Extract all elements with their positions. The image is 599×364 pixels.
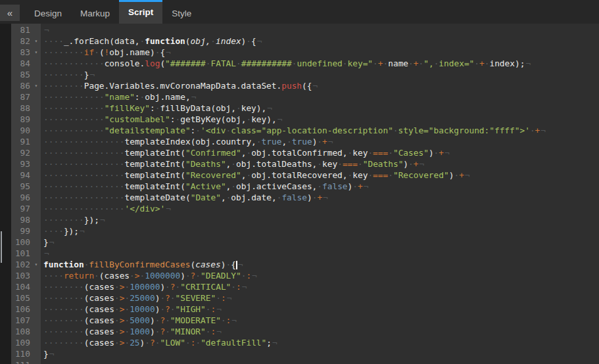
code-text: ········(cases·>·10000)·?·"HIGH"·:¬ [41,304,599,315]
line-end-marker: ¬ [242,282,247,292]
code-text: ············"detailstemplate":·'<div·cla… [41,125,599,136]
code-text: ········(cases·>·5000)·?·"MODERATE"·:¬ [41,315,599,326]
fold-spacer [32,136,41,147]
code-text: ····return·(cases·>·1000000)·?·"DEADLY"·… [41,270,599,281]
code-line[interactable]: 94················templateInt("Recovered… [0,170,599,181]
line-number: 88 [0,102,32,114]
fold-toggle-icon[interactable]: ▾ [32,80,41,91]
code-line[interactable]: 81¬ [0,24,599,35]
code-text: ················templateInt("Confirmed",… [41,147,599,158]
text-cursor [236,261,237,269]
fold-spacer [32,181,41,192]
fold-toggle-icon[interactable]: ▾ [32,47,41,58]
code-line[interactable]: 105········(cases·>·25000)·?·"SEVERE"·:¬ [0,292,599,304]
code-text: ····});¬ [41,225,599,237]
line-end-marker: ¬ [44,360,49,364]
line-end-marker: ¬ [257,36,262,46]
code-text: ········(cases·>·100000)·?·"CRITICAL"·:¬ [41,281,599,292]
tab-markup[interactable]: Markup [71,0,119,24]
fold-spacer [32,170,41,181]
code-line[interactable]: 107········(cases·>·5000)·?·"MODERATE"·:… [0,315,599,326]
code-text: }¬ [41,348,599,359]
fold-toggle-icon[interactable]: ▾ [32,259,41,270]
code-line[interactable]: 83▾········if·(!obj.name)·{¬ [0,47,599,58]
fold-spacer [32,337,41,348]
code-line[interactable]: 91················templateIndex(obj.coun… [0,136,599,147]
fold-spacer [32,270,41,281]
code-line[interactable]: 100}¬ [0,237,599,248]
line-end-marker: ¬ [49,237,55,247]
line-end-marker: ¬ [44,25,49,35]
line-end-marker: ¬ [540,125,546,135]
fold-spacer [32,292,41,304]
code-text: ¬ [41,359,599,364]
fold-spacer [32,281,41,292]
code-line[interactable]: 98········});¬ [0,214,599,225]
code-line[interactable]: 102▾function·fillByConfirmedCases(cases)… [0,259,599,270]
fold-spacer [32,102,41,114]
tab-design[interactable]: Design [25,0,71,24]
line-end-marker: ¬ [312,81,318,91]
code-line[interactable]: 93················templateInt("Deaths",·… [0,158,599,170]
line-number: 111 [0,359,32,364]
code-line[interactable]: 103····return·(cases·>·1000000)·?·"DEADL… [0,270,599,281]
line-number: 83 [0,47,32,58]
code-line[interactable]: 87············"name":·obj.name,¬ [0,91,599,102]
code-line[interactable]: 111¬ [0,359,599,364]
line-number: 90 [0,125,32,136]
code-text: ····_.forEach(data,·function(obj,·index)… [41,35,599,47]
fold-spacer [32,192,41,203]
fold-spacer [32,225,41,237]
code-text: ············console.log("#######·FATAL·#… [41,58,599,69]
tab-script[interactable]: Script [119,0,162,24]
line-end-marker: ¬ [231,315,237,325]
line-number: 84 [0,58,32,69]
line-end-marker: ¬ [80,226,85,236]
code-text: ················templateIndex(obj.countr… [41,136,599,147]
line-number: 98 [0,214,32,225]
code-line[interactable]: 85········}¬ [0,69,599,80]
line-end-marker: ¬ [100,215,105,225]
code-line[interactable]: 101¬ [0,248,599,259]
line-end-marker: ¬ [444,148,450,158]
fold-spacer [32,315,41,326]
code-text: ········(cases·>·25000)·?·"SEVERE"·:¬ [41,292,599,304]
code-line[interactable]: 82▾····_.forEach(data,·function(obj,·ind… [0,35,599,47]
code-line[interactable]: 97················'</div>'¬ [0,203,599,214]
code-line[interactable]: 99····});¬ [0,225,599,237]
fold-spacer [32,91,41,102]
collapse-panel-button[interactable]: « [0,5,20,21]
line-number: 89 [0,114,32,125]
code-text: ················templateDate("Date",·obj… [41,192,599,203]
code-text: ················templateInt("Deaths",·ob… [41,158,599,170]
line-end-marker: ¬ [166,204,171,214]
line-end-marker: ¬ [191,92,197,102]
code-text: ¬ [41,24,599,35]
line-end-marker: ¬ [238,260,243,269]
code-line[interactable]: 89············"customLabel":·getByKey(ob… [0,114,599,125]
line-number: 94 [0,170,32,181]
fold-spacer [32,69,41,80]
code-line[interactable]: 106········(cases·>·10000)·?·"HIGH"·:¬ [0,304,599,315]
fold-toggle-icon[interactable]: ▾ [32,35,41,47]
line-end-marker: ¬ [216,327,222,336]
code-line[interactable]: 88············"fillKey":·fillByData(obj,… [0,102,599,114]
fold-spacer [32,24,41,35]
line-number: 86 [0,80,32,91]
code-line[interactable]: 108········(cases·>·1000)·?·"MINOR"·:¬ [0,326,599,337]
tab-style[interactable]: Style [162,0,201,24]
code-line[interactable]: 109········(cases·>·25)·?·"LOW"·:·"defau… [0,337,599,348]
code-line[interactable]: 110}¬ [0,348,599,359]
code-line[interactable]: 84············console.log("#######·FATAL… [0,58,599,69]
code-line[interactable]: 104········(cases·>·100000)·?·"CRITICAL"… [0,281,599,292]
code-line[interactable]: 95················templateInt("Active",·… [0,181,599,192]
code-text: }¬ [41,237,599,248]
code-line[interactable]: 86▾········Page.Variables.mvCoronaMapDat… [0,80,599,91]
code-line[interactable]: 96················templateDate("Date",·o… [0,192,599,203]
code-line[interactable]: 92················templateInt("Confirmed… [0,147,599,158]
code-text: ········Page.Variables.mvCoronaMapData.d… [41,80,599,91]
line-number: 104 [0,281,32,292]
code-text: ············"fillKey":·fillByData(obj,·k… [41,102,599,114]
code-line[interactable]: 90············"detailstemplate":·'<div·c… [0,125,599,136]
line-number: 97 [0,203,32,214]
